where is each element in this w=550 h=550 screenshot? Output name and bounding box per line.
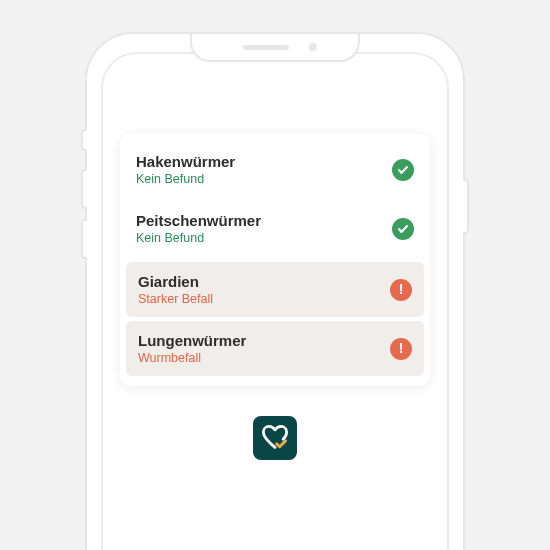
phone-notch [190, 34, 360, 62]
results-card: Hakenwürmer Kein Befund Peitschenwürmer … [120, 134, 430, 386]
result-title: Lungenwürmer [138, 332, 246, 349]
result-row[interactable]: Lungenwürmer Wurmbefall [126, 321, 424, 376]
result-title: Peitschenwürmer [136, 212, 261, 229]
volume-down-button [81, 219, 87, 259]
phone-screen: Hakenwürmer Kein Befund Peitschenwürmer … [101, 52, 449, 550]
exclamation-icon [390, 279, 412, 301]
phone-frame: Hakenwürmer Kein Befund Peitschenwürmer … [85, 32, 465, 550]
result-subtitle: Kein Befund [136, 172, 235, 186]
result-subtitle: Wurmbefall [138, 351, 246, 365]
volume-up-button [81, 169, 87, 209]
front-camera [309, 43, 317, 51]
result-title: Hakenwürmer [136, 153, 235, 170]
result-row[interactable]: Giardien Starker Befall [126, 262, 424, 317]
result-title: Giardien [138, 273, 213, 290]
result-subtitle: Kein Befund [136, 231, 261, 245]
checkmark-icon [392, 218, 414, 240]
app-icon[interactable] [253, 416, 297, 460]
checkmark-icon [392, 159, 414, 181]
result-row[interactable]: Peitschenwürmer Kein Befund [120, 199, 430, 258]
heart-check-icon [261, 424, 289, 452]
speaker-grille [243, 45, 289, 50]
exclamation-icon [390, 338, 412, 360]
mute-switch [81, 129, 87, 151]
power-button [463, 179, 469, 234]
result-row[interactable]: Hakenwürmer Kein Befund [120, 140, 430, 199]
result-subtitle: Starker Befall [138, 292, 213, 306]
